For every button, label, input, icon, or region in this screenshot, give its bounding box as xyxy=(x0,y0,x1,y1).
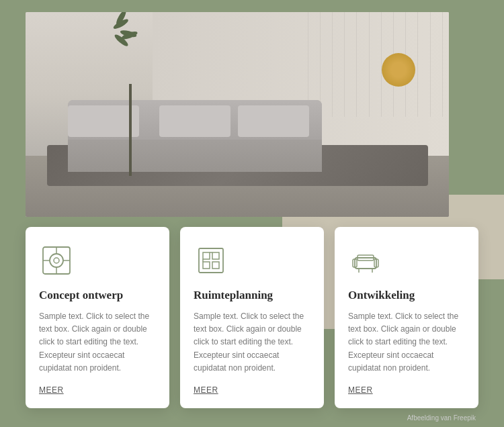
svg-rect-10 xyxy=(203,262,210,269)
card-ontwikkeling-title: Ontwikkeling xyxy=(348,289,465,302)
floor-plan-icon xyxy=(194,243,228,278)
svg-point-2 xyxy=(54,258,59,263)
card-ruimte-link[interactable]: MEER xyxy=(194,385,310,395)
page-wrapper: Concept ontwerp Sample text. Click to se… xyxy=(0,0,504,427)
card-ruimte: Ruimteplanning Sample text. Click to sel… xyxy=(180,227,324,408)
card-concept: Concept ontwerp Sample text. Click to se… xyxy=(26,227,169,408)
design-icon xyxy=(39,243,74,278)
card-concept-title: Concept ontwerp xyxy=(39,289,156,302)
svg-rect-11 xyxy=(212,262,219,269)
cards-section: Concept ontwerp Sample text. Click to se… xyxy=(26,227,478,408)
svg-rect-9 xyxy=(212,252,219,259)
card-ontwikkeling-link[interactable]: MEER xyxy=(348,385,465,395)
card-ruimte-text: Sample text. Click to select the text bo… xyxy=(194,310,310,375)
card-ontwikkeling: Ontwikkeling Sample text. Click to selec… xyxy=(335,227,478,408)
attribution: Afbeelding van Freepik xyxy=(407,414,476,422)
card-ruimte-title: Ruimteplanning xyxy=(194,289,310,302)
card-concept-text: Sample text. Click to select the text bo… xyxy=(39,310,156,375)
attribution-prefix: Afbeelding van xyxy=(407,414,452,422)
card-ontwikkeling-text: Sample text. Click to select the text bo… xyxy=(348,310,465,375)
svg-rect-8 xyxy=(203,252,210,259)
svg-rect-14 xyxy=(355,258,376,269)
svg-point-1 xyxy=(50,254,63,267)
hero-image xyxy=(26,12,449,217)
furniture-icon xyxy=(348,243,383,278)
attribution-source: Freepik xyxy=(454,414,476,422)
card-concept-link[interactable]: MEER xyxy=(39,385,156,395)
